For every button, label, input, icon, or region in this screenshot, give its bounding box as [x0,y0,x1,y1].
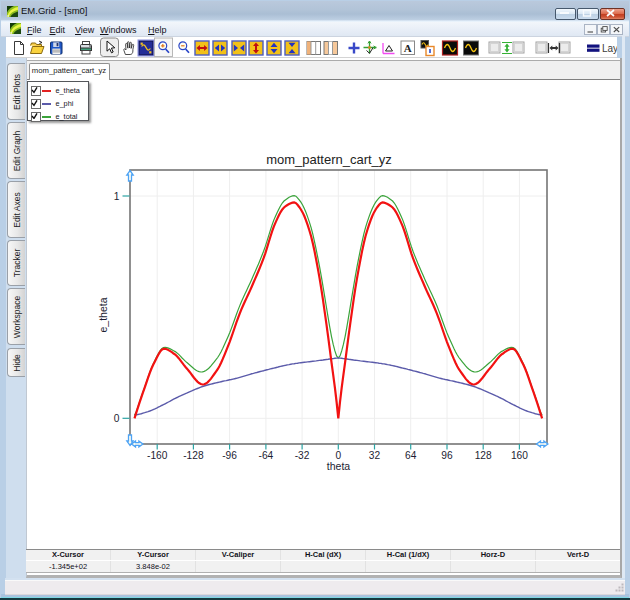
svg-text:e_theta: e_theta [97,297,109,332]
svg-text:-160: -160 [147,450,168,461]
svg-text:1: 1 [114,191,120,202]
svg-text:-32: -32 [295,450,310,461]
svg-text:128: 128 [475,450,492,461]
svg-text:-96: -96 [222,450,237,461]
svg-text:mom_pattern_cart_yz: mom_pattern_cart_yz [266,152,392,167]
svg-text:64: 64 [405,450,417,461]
svg-text:-128: -128 [183,450,204,461]
svg-text:160: 160 [511,450,528,461]
svg-text:-64: -64 [259,450,274,461]
svg-text:0: 0 [114,413,120,424]
svg-text:96: 96 [441,450,453,461]
svg-text:32: 32 [369,450,381,461]
svg-text:theta: theta [327,460,351,472]
